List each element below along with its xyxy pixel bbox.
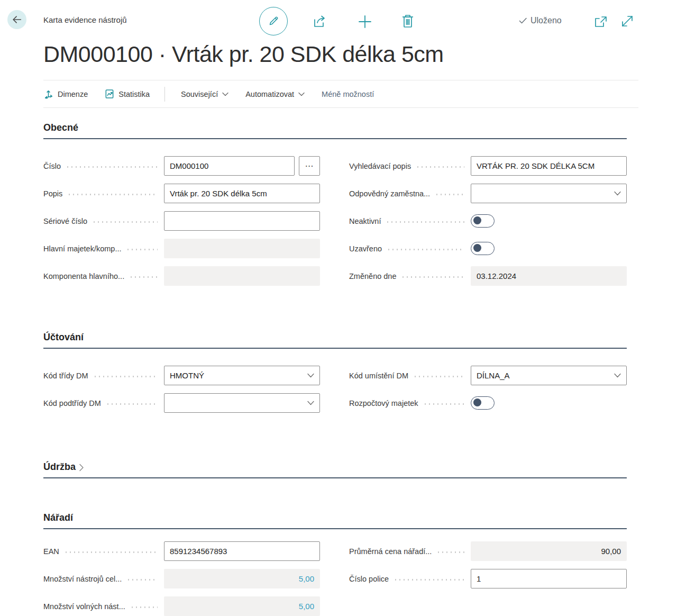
field-row-vyhledavaci-popis: Vyhledávací popis	[349, 156, 627, 176]
field-row-hlavni-majetek: Hlavní majetek/komp...	[43, 239, 320, 258]
section-general: Obecné Číslo ⋯ Popis Sériové číslo	[43, 122, 627, 294]
statistics-icon	[105, 89, 114, 99]
field-row-komponenta: Komponenta hlavního...	[43, 266, 320, 286]
chevron-down-icon	[222, 92, 228, 96]
new-button[interactable]	[356, 14, 374, 30]
cislo-input[interactable]	[164, 156, 295, 176]
kod-podtridy-dm-combobox[interactable]	[164, 393, 320, 413]
neaktivni-toggle[interactable]	[471, 214, 495, 228]
dotted-leader	[126, 249, 158, 250]
share-button[interactable]	[312, 14, 329, 30]
field-label: Průměrná cena nářadí...	[349, 547, 432, 556]
section-general-header[interactable]: Obecné	[43, 122, 627, 139]
dotted-leader	[93, 376, 158, 377]
top-bar: Karta evidence nástrojů Uloženo	[0, 0, 677, 39]
field-row-cislo-police: Číslo police	[349, 569, 627, 588]
kod-tridy-dm-combobox[interactable]	[164, 366, 320, 385]
field-label: Kód třídy DM	[43, 372, 88, 380]
field-label: Uzavřeno	[349, 244, 382, 253]
ean-input[interactable]	[164, 541, 320, 561]
dotted-leader	[413, 376, 464, 377]
field-label: Změněno dne	[349, 272, 396, 280]
popout-icon	[594, 15, 608, 28]
assist-edit-button[interactable]: ⋯	[299, 156, 320, 176]
plus-icon	[357, 14, 373, 30]
expand-button[interactable]	[620, 14, 635, 29]
section-posting-header[interactable]: Účtování	[43, 332, 627, 349]
check-icon	[518, 16, 528, 25]
dotted-leader	[423, 403, 464, 405]
action-automatizovat[interactable]: Automatizovat	[245, 90, 305, 98]
field-row-rozpoctovy-majetek: Rozpočtový majetek	[349, 393, 627, 413]
dotted-leader	[129, 276, 158, 278]
section-maintenance: Údržba	[43, 461, 627, 478]
dotted-leader	[67, 194, 158, 195]
share-icon	[313, 14, 328, 29]
odpovedny-zamestnanec-combobox[interactable]	[471, 184, 627, 203]
page-title: DM000100 · Vrták pr. 20 SDK délka 5cm	[43, 41, 677, 67]
field-row-cislo: Číslo ⋯	[43, 156, 320, 176]
dotted-leader	[394, 579, 464, 581]
field-row-odpovedny-zamestnanec: Odpovědný zaměstna...	[349, 184, 627, 203]
field-label: EAN	[43, 547, 59, 556]
back-arrow-icon	[11, 14, 23, 25]
field-label: Hlavní majetek/komp...	[43, 244, 121, 253]
field-row-ean: EAN	[43, 541, 320, 561]
field-row-zmeneno-dne: Změněno dne 03.12.2024	[349, 266, 627, 286]
drilldown-value[interactable]: 5,00	[299, 574, 314, 583]
field-row-neaktivni: Neaktivní	[349, 211, 627, 231]
dimensions-icon	[43, 89, 53, 99]
toggle-knob	[473, 216, 481, 224]
field-label: Kód umístění DM	[349, 372, 408, 380]
popis-input[interactable]	[164, 184, 320, 203]
dotted-leader	[130, 606, 158, 608]
field-label: Rozpočtový majetek	[349, 399, 418, 407]
field-label: Sériové číslo	[43, 217, 87, 225]
section-tools-header[interactable]: Nářadí	[43, 512, 627, 529]
field-row-mnozstvi-celkem: Množství nástrojů cel... 5,00	[43, 569, 320, 588]
delete-button[interactable]	[400, 13, 416, 30]
edit-button[interactable]	[259, 7, 288, 35]
back-button[interactable]	[7, 10, 26, 29]
open-in-window-button[interactable]	[593, 15, 608, 29]
section-title: Údržba	[43, 461, 76, 473]
field-label: Popis	[43, 189, 62, 198]
field-label: Číslo	[43, 162, 61, 170]
komponenta-readonly-field	[164, 266, 320, 286]
drilldown-value[interactable]: 5,00	[299, 602, 314, 611]
action-mene-moznosti[interactable]: Méně možností	[322, 90, 374, 98]
field-row-kod-podtridy-dm: Kód podtřídy DM	[43, 393, 320, 413]
cislo-police-input[interactable]	[471, 569, 627, 588]
expand-icon	[620, 14, 634, 28]
action-dimenze[interactable]: Dimenze	[43, 89, 88, 99]
action-label: Automatizovat	[245, 90, 294, 98]
action-souvisejici[interactable]: Související	[181, 90, 228, 98]
rozpoctovy-majetek-toggle[interactable]	[471, 396, 495, 410]
action-label: Dimenze	[58, 90, 88, 98]
field-row-mnozstvi-volnych: Množství volných nást... 5,00	[43, 596, 320, 616]
dotted-leader	[126, 579, 158, 581]
save-status-label: Uloženo	[530, 16, 562, 25]
vyhledavaci-popis-input[interactable]	[471, 156, 627, 176]
mnozstvi-volnych-readonly-field: 5,00	[164, 596, 320, 616]
section-title: Nářadí	[43, 512, 73, 523]
action-statistika[interactable]: Statistika	[105, 89, 150, 99]
section-maintenance-header[interactable]: Údržba	[43, 461, 627, 478]
section-title: Účtování	[43, 332, 84, 343]
zmeneno-dne-readonly-field: 03.12.2024	[471, 266, 627, 286]
section-title: Obecné	[43, 122, 78, 133]
field-label: Číslo police	[349, 575, 389, 583]
trash-icon	[401, 13, 415, 29]
seriove-cislo-input[interactable]	[164, 211, 320, 231]
uzavreno-toggle[interactable]	[471, 242, 495, 255]
field-row-popis: Popis	[43, 184, 320, 203]
field-label: Vyhledávací popis	[349, 162, 411, 170]
field-row-kod-umisteni-dm: Kód umístění DM	[349, 366, 627, 385]
mnozstvi-celkem-readonly-field: 5,00	[164, 569, 320, 588]
field-label: Komponenta hlavního...	[43, 272, 124, 280]
hlavni-majetek-readonly-field	[164, 239, 320, 258]
action-label: Související	[181, 90, 218, 98]
action-bar: Dimenze Statistika Související Automatiz…	[43, 80, 638, 108]
kod-umisteni-dm-combobox[interactable]	[471, 366, 627, 385]
field-label: Kód podtřídy DM	[43, 399, 101, 407]
